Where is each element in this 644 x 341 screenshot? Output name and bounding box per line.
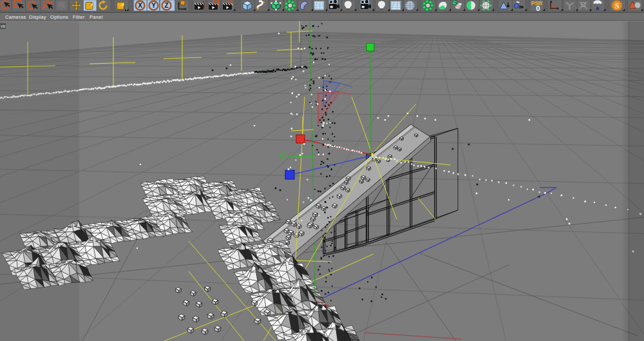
svg-text:0: 0 — [536, 5, 540, 12]
svg-text:Z: Z — [164, 2, 168, 9]
svg-text:Y: Y — [151, 2, 156, 9]
svg-text:S: S — [614, 1, 619, 10]
svg-text:X: X — [138, 2, 142, 9]
